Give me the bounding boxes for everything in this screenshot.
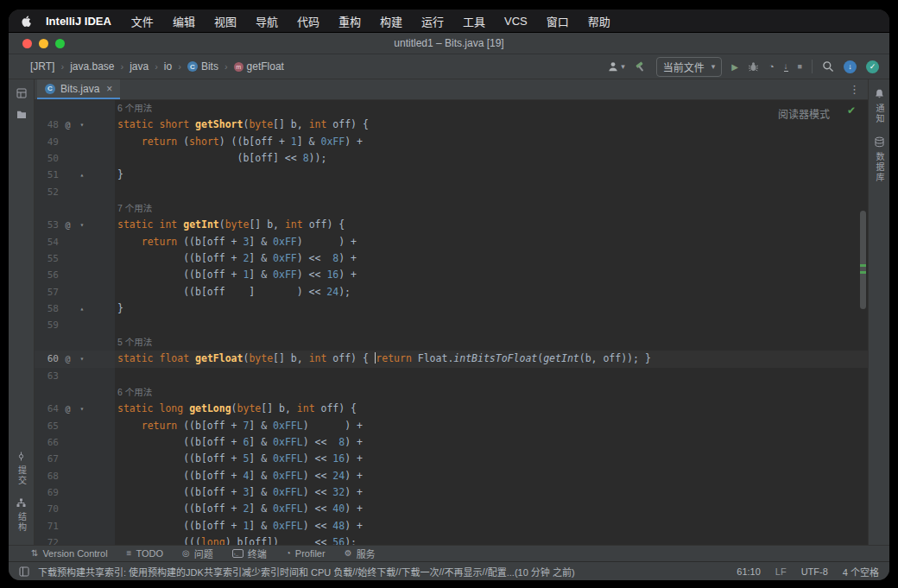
annotation-gutter-icon[interactable]	[60, 167, 75, 183]
annotation-gutter-icon[interactable]	[60, 300, 75, 317]
editor-gutter[interactable]: 64@▾	[35, 401, 115, 417]
menu-item-工具[interactable]: 工具	[453, 9, 495, 32]
fold-marker-icon[interactable]	[75, 534, 89, 545]
breadcrumb-item-javabase[interactable]: java.base	[67, 60, 117, 73]
annotation-gutter-icon[interactable]	[60, 468, 75, 484]
debug-button[interactable]	[748, 61, 759, 73]
fold-marker-icon[interactable]: ▴	[75, 167, 89, 183]
usages-inlay-hint[interactable]: 5 个用法	[117, 337, 152, 347]
line-number[interactable]: 54	[35, 234, 60, 250]
code-line[interactable]: 6 个用法	[115, 100, 868, 117]
annotation-gutter-icon[interactable]	[60, 267, 75, 283]
code-line[interactable]: 7 个用法	[115, 200, 868, 217]
annotation-gutter-icon[interactable]	[60, 184, 75, 200]
profile-button[interactable]: ◔	[768, 61, 775, 72]
line-number[interactable]: 48	[35, 117, 60, 133]
folder-icon[interactable]	[16, 111, 27, 119]
code-line[interactable]: static long getLong(byte[] b, int off) {	[115, 401, 868, 417]
inspections-ok-icon[interactable]: ✔	[847, 104, 856, 117]
minimize-window-button[interactable]	[39, 39, 48, 48]
database-tool-button[interactable]: 数据库	[874, 136, 885, 183]
line-number[interactable]: 49	[35, 134, 60, 150]
code-line[interactable]: ((b[off + 5] & 0xFFL) << 16) +	[115, 451, 868, 467]
line-number[interactable]: 63	[35, 368, 60, 384]
breadcrumb-item-io[interactable]: io	[161, 60, 174, 73]
terminal-tool-button[interactable]: ›_终端	[232, 547, 267, 560]
structure-tool-button[interactable]: 结构	[16, 498, 27, 533]
annotation-gutter-icon[interactable]	[60, 234, 75, 250]
line-number[interactable]: 68	[35, 468, 60, 484]
annotation-gutter-icon[interactable]	[60, 434, 75, 451]
annotation-gutter-icon[interactable]	[60, 284, 75, 300]
editor-scrollbar[interactable]	[860, 211, 866, 309]
editor-gutter[interactable]: 49	[35, 134, 115, 150]
run-button[interactable]: ▶	[731, 62, 738, 72]
line-number[interactable]	[35, 100, 60, 117]
editor-gutter[interactable]: 69	[35, 484, 115, 501]
editor-gutter[interactable]: 58▴	[35, 300, 115, 317]
line-number[interactable]: 64	[35, 401, 60, 417]
zoom-window-button[interactable]	[55, 39, 65, 48]
annotation-gutter-icon[interactable]	[60, 334, 75, 351]
line-number[interactable]	[35, 200, 60, 217]
fold-marker-icon[interactable]	[75, 368, 89, 384]
editor-gutter[interactable]: 57	[35, 284, 115, 300]
app-name[interactable]: IntelliJ IDEA	[35, 15, 122, 28]
reader-mode-label[interactable]: 阅读器模式	[778, 106, 830, 121]
annotation-gutter-icon[interactable]: @	[60, 401, 75, 417]
annotation-gutter-icon[interactable]	[60, 200, 75, 217]
annotation-gutter-icon[interactable]	[60, 384, 75, 401]
code-line[interactable]: ((b[off + 2] & 0xFF) << 8) +	[115, 250, 868, 267]
breadcrumb-item-java[interactable]: java	[127, 60, 151, 73]
fold-marker-icon[interactable]	[75, 134, 89, 150]
services-tool-button[interactable]: ⚙服务	[345, 547, 376, 560]
editor-gutter[interactable]: 54	[35, 234, 115, 250]
usages-inlay-hint[interactable]: 7 个用法	[117, 203, 152, 213]
editor-gutter[interactable]: 52	[35, 184, 115, 200]
code-line[interactable]: }	[115, 300, 868, 317]
editor-gutter[interactable]: 63	[35, 368, 115, 384]
code-line[interactable]: return ((b[off + 3] & 0xFF) ) +	[115, 234, 868, 250]
line-number[interactable]: 56	[35, 267, 60, 283]
user-menu-button[interactable]: ▾	[607, 60, 625, 73]
annotation-gutter-icon[interactable]	[60, 534, 75, 545]
indent-widget[interactable]: 4 个空格	[843, 565, 879, 579]
fold-marker-icon[interactable]	[75, 384, 89, 401]
encoding-widget[interactable]: UTF-8	[801, 566, 828, 577]
editor-gutter[interactable]	[35, 200, 115, 217]
code-line[interactable]: ((b[off + 1] & 0xFF) << 16) +	[115, 267, 868, 283]
code-line[interactable]	[115, 184, 868, 200]
code-editor[interactable]: 6 个用法48@▾static short getShort(byte[] b,…	[35, 100, 868, 545]
annotation-gutter-icon[interactable]	[60, 518, 75, 534]
fold-marker-icon[interactable]	[75, 150, 89, 167]
line-number[interactable]: 51	[35, 167, 60, 183]
annotation-gutter-icon[interactable]	[60, 451, 75, 467]
line-number[interactable]	[35, 334, 60, 351]
fold-marker-icon[interactable]	[75, 317, 89, 333]
build-project-button[interactable]	[635, 60, 647, 73]
fold-marker-icon[interactable]	[75, 200, 89, 217]
code-line[interactable]: static int getInt(byte[] b, int off) {	[115, 217, 868, 233]
code-line[interactable]: ((b[off ] ) << 24);	[115, 284, 868, 300]
annotation-gutter-icon[interactable]	[60, 150, 75, 167]
editor-gutter[interactable]: 70	[35, 501, 115, 517]
annotation-gutter-icon[interactable]	[60, 368, 75, 384]
breadcrumb-item-bits[interactable]: CBits	[185, 60, 221, 73]
apple-menu-icon[interactable]	[21, 15, 32, 28]
fold-marker-icon[interactable]: ▾	[75, 401, 89, 417]
editor-gutter[interactable]: 56	[35, 267, 115, 283]
fold-marker-icon[interactable]: ▾	[75, 217, 89, 233]
editor-gutter[interactable]: 72	[35, 534, 115, 545]
editor-gutter[interactable]: 66	[35, 434, 115, 451]
code-line[interactable]	[115, 368, 868, 384]
editor-gutter[interactable]: 55	[35, 250, 115, 267]
fold-marker-icon[interactable]	[75, 451, 89, 467]
fold-marker-icon[interactable]	[75, 234, 89, 250]
fold-marker-icon[interactable]	[75, 468, 89, 484]
line-number[interactable]: 66	[35, 434, 60, 451]
line-number[interactable]: 57	[35, 284, 60, 300]
editor-gutter[interactable]: 71	[35, 518, 115, 534]
line-number[interactable]: 58	[35, 300, 60, 317]
editor-gutter[interactable]: 59	[35, 317, 115, 333]
editor-gutter[interactable]: 60@▾	[35, 351, 115, 367]
